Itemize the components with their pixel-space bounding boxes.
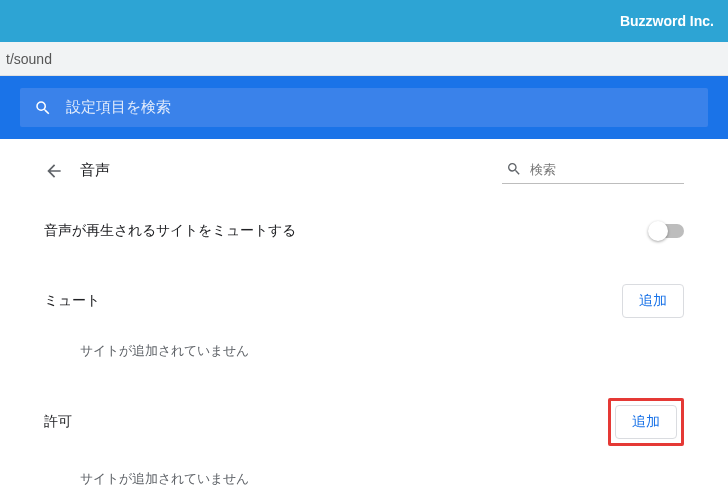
filter-input[interactable]: [530, 162, 680, 177]
mute-section-title: ミュート: [44, 292, 100, 310]
settings-content: 音声 音声が再生されるサイトをミュートする ミュート 追加 サイトが追加されてい…: [0, 139, 728, 500]
allow-section-header: 許可 追加: [24, 372, 704, 452]
search-icon: [506, 161, 522, 177]
settings-search-input[interactable]: 設定項目を検索: [20, 88, 708, 127]
mute-sites-toggle-row: 音声が再生されるサイトをミュートする: [24, 204, 704, 258]
url-fragment: t/sound: [6, 51, 52, 67]
page-header: 音声: [24, 139, 704, 204]
settings-search-placeholder: 設定項目を検索: [66, 98, 171, 117]
mute-add-button[interactable]: 追加: [622, 284, 684, 318]
mute-sites-label: 音声が再生されるサイトをミュートする: [44, 222, 296, 240]
back-arrow-icon[interactable]: [44, 161, 64, 181]
mute-sites-toggle[interactable]: [650, 224, 684, 238]
allow-add-button[interactable]: 追加: [615, 405, 677, 439]
address-bar[interactable]: t/sound: [0, 42, 728, 76]
brand-name: Buzzword Inc.: [620, 13, 714, 29]
annotation-highlight: 追加: [608, 398, 684, 446]
mute-section-header: ミュート 追加: [24, 258, 704, 324]
settings-search-header: 設定項目を検索: [0, 76, 728, 139]
top-brand-bar: Buzzword Inc.: [0, 0, 728, 42]
allow-section-title: 許可: [44, 413, 72, 431]
allow-empty-message: サイトが追加されていません: [24, 452, 704, 500]
page-title: 音声: [80, 161, 110, 180]
in-page-filter[interactable]: [502, 157, 684, 184]
mute-empty-message: サイトが追加されていません: [24, 324, 704, 372]
search-icon: [34, 99, 52, 117]
